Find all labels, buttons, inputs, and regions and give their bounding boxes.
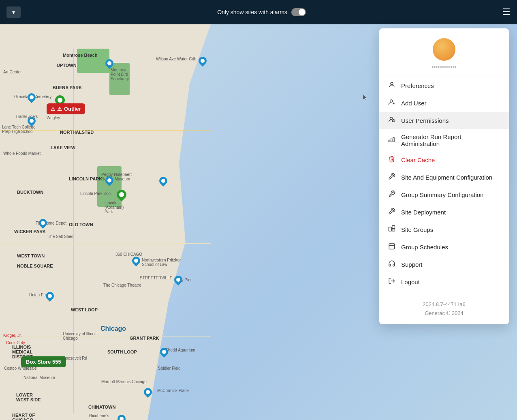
road-h3	[0, 336, 211, 337]
svg-rect-8	[391, 139, 392, 142]
user-permissions-label: User Permissions	[401, 117, 449, 124]
user-email: ••••••••••••	[432, 64, 457, 70]
menu-footer: 2024.8.7-44711a6 Generac © 2024	[379, 294, 509, 319]
menu-item-site-groups[interactable]: Site Groups	[379, 221, 509, 238]
add-user-icon	[387, 99, 396, 108]
site-groups-icon	[387, 225, 396, 234]
menu-item-support[interactable]: Support	[379, 256, 509, 273]
map-park-bird-sanctuary	[109, 63, 130, 95]
svg-rect-7	[389, 140, 390, 142]
preferences-label: Preferences	[401, 82, 434, 89]
user-permissions-icon	[387, 116, 396, 125]
label-shedd: Shedd Aquarium	[165, 348, 195, 352]
group-schedules-icon	[387, 242, 396, 252]
site-deployment-label: Site Deployment	[401, 209, 446, 216]
site-equipment-label: Site And Equipment Configuration	[401, 174, 492, 181]
alarms-toggle[interactable]	[291, 8, 306, 16]
map-park-lincoln	[97, 166, 122, 207]
site-dropdown[interactable]: ▾	[6, 6, 21, 18]
svg-point-4	[390, 117, 393, 120]
boxstore-label: Box Store 555	[26, 359, 61, 365]
menu-item-generator-run[interactable]: Generator Run Report Administration	[379, 129, 509, 151]
topbar-center: Only show sites with alarms	[217, 8, 306, 16]
outlier-badge[interactable]: ⚠ Outlier	[47, 103, 85, 114]
clear-cache-label: Clear Cache	[401, 156, 435, 163]
road-h2	[0, 243, 211, 244]
clear-cache-icon	[387, 155, 396, 165]
menu-item-group-schedules[interactable]: Group Schedules	[379, 238, 509, 256]
generator-run-icon	[387, 136, 396, 145]
menu-item-preferences[interactable]: Preferences	[379, 77, 509, 94]
dropdown-chevron: ▾	[12, 9, 15, 15]
svg-rect-13	[389, 244, 395, 249]
group-schedules-label: Group Schedules	[401, 244, 448, 251]
label-mccormick: McCormick Place	[157, 388, 189, 393]
preferences-icon	[387, 81, 396, 90]
topbar: ▾ Only show sites with alarms ☰	[0, 0, 517, 24]
menu-item-clear-cache[interactable]: Clear Cache	[379, 151, 509, 169]
site-equipment-icon	[387, 173, 396, 182]
topbar-left: ▾	[6, 6, 21, 18]
avatar	[433, 38, 455, 61]
svg-point-6	[393, 119, 394, 120]
site-deployment-icon	[387, 208, 396, 217]
dropdown-menu: •••••••••••• Preferences Add User User P…	[379, 28, 509, 324]
menu-item-group-summary[interactable]: Group Summary Configuration	[379, 186, 509, 204]
generator-run-label: Generator Run Report Administration	[401, 133, 501, 147]
toggle-label: Only show sites with alarms	[217, 9, 287, 15]
menu-item-add-user[interactable]: Add User	[379, 94, 509, 112]
add-user-label: Add User	[401, 100, 427, 107]
logout-label: Logout	[401, 279, 420, 285]
outlier-label: Outlier	[64, 106, 81, 112]
hamburger-button[interactable]: ☰	[502, 7, 511, 17]
road-h1	[0, 130, 211, 131]
copyright-text: Generac © 2024	[379, 309, 509, 318]
outlier-icon: ⚠	[57, 106, 62, 112]
support-label: Support	[401, 261, 423, 268]
svg-rect-11	[392, 226, 395, 229]
logout-icon	[387, 277, 396, 287]
svg-rect-12	[392, 229, 395, 231]
svg-point-0	[391, 82, 393, 85]
menu-item-site-deployment[interactable]: Site Deployment	[379, 204, 509, 221]
version-text: 2024.8.7-44711a6	[379, 300, 509, 309]
menu-item-logout[interactable]: Logout	[379, 273, 509, 291]
site-groups-label: Site Groups	[401, 226, 433, 233]
map-park-montrose	[77, 49, 109, 73]
menu-item-site-equipment[interactable]: Site And Equipment Configuration	[379, 169, 509, 186]
menu-item-user-permissions[interactable]: User Permissions	[379, 112, 509, 129]
group-summary-label: Group Summary Configuration	[401, 191, 483, 198]
svg-rect-10	[389, 227, 392, 231]
user-profile-section: ••••••••••••	[379, 35, 509, 77]
support-icon	[387, 260, 396, 269]
boxstore-badge[interactable]: Box Store 555	[21, 356, 66, 367]
group-summary-icon	[387, 190, 396, 199]
svg-point-1	[390, 100, 393, 102]
label-soldier-field: Soldier Field	[158, 366, 181, 371]
svg-rect-9	[393, 137, 394, 142]
